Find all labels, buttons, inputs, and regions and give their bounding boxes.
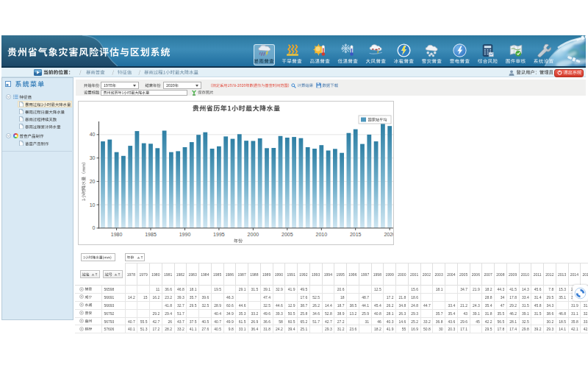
svg-text:0: 0 [93,225,96,230]
svg-text:2020: 2020 [384,232,393,237]
svg-text:2000: 2000 [248,232,259,237]
svg-text:1995: 1995 [213,232,225,237]
svg-text:30: 30 [90,155,96,160]
svg-text:20: 20 [90,179,96,184]
svg-text:2010: 2010 [316,232,328,237]
svg-text:1990: 1990 [179,232,191,237]
svg-text:40: 40 [90,132,96,137]
svg-text:1980: 1980 [111,232,123,237]
svg-text:2015: 2015 [350,232,362,237]
svg-text:10: 10 [90,202,96,208]
svg-text:2005: 2005 [282,232,293,237]
svg-text:1985: 1985 [145,232,157,237]
